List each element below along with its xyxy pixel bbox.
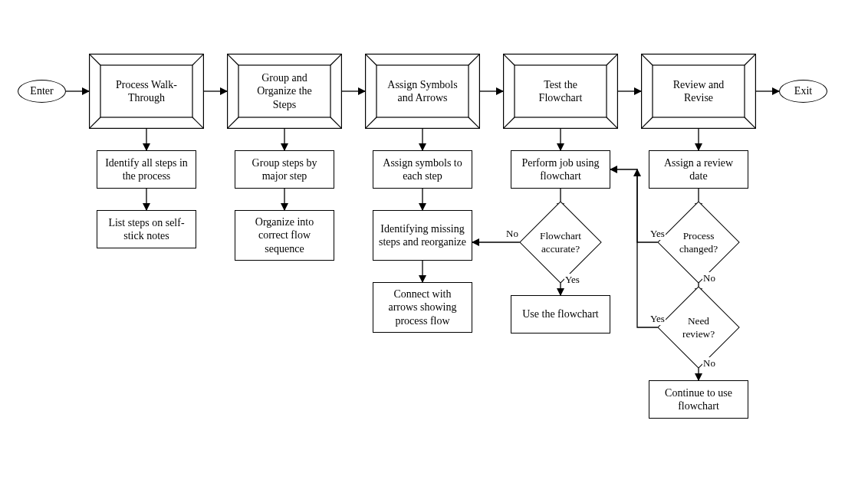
svg-line-49 bbox=[642, 117, 653, 128]
task-assign-symbols: Assign symbols to each step bbox=[373, 150, 472, 189]
task-list-self-stick: List steps on self-stick notes bbox=[97, 210, 196, 248]
terminal-label: Exit bbox=[794, 84, 812, 98]
task-label: Assign symbols to each step bbox=[378, 156, 467, 183]
edge-label-yes: Yes bbox=[649, 313, 666, 325]
task-label: Perform job using flowchart bbox=[516, 156, 605, 183]
edge-label-no: No bbox=[702, 272, 716, 284]
edge-label-no: No bbox=[702, 357, 716, 370]
task-label: Organize into correct flow sequence bbox=[240, 215, 329, 256]
task-assign-review-date: Assign a review date bbox=[649, 150, 748, 189]
svg-line-38 bbox=[469, 117, 479, 128]
task-label: List steps on self-stick notes bbox=[102, 216, 191, 243]
major-step-3: Assign Symbols and Arrows bbox=[365, 54, 480, 129]
svg-line-41 bbox=[504, 54, 515, 65]
svg-line-35 bbox=[366, 54, 376, 65]
task-continue-use: Continue to use flowchart bbox=[649, 380, 748, 419]
major-step-label: Process Walk-Through bbox=[94, 78, 199, 105]
svg-line-30 bbox=[330, 54, 341, 65]
task-use-flowchart: Use the flowchart bbox=[511, 295, 610, 334]
svg-line-47 bbox=[642, 54, 653, 65]
major-step-label: Review and Revise bbox=[646, 78, 751, 105]
task-label: Group steps by major step bbox=[240, 156, 329, 183]
task-label: Use the flowchart bbox=[522, 307, 599, 321]
task-organize-sequence: Organize into correct flow sequence bbox=[235, 210, 334, 261]
decision-label: Need review? bbox=[671, 314, 726, 340]
terminal-enter: Enter bbox=[18, 80, 66, 103]
task-label: Identify all steps in the process bbox=[102, 156, 191, 183]
svg-line-36 bbox=[469, 54, 479, 65]
decision-flowchart-accurate: Flowchart accurate? bbox=[531, 213, 590, 271]
task-connect-arrows: Connect with arrows showing process flow bbox=[373, 282, 472, 333]
terminal-exit: Exit bbox=[779, 80, 827, 103]
major-step-2: Group and Organize the Steps bbox=[227, 54, 342, 129]
edge-label-yes: Yes bbox=[649, 228, 666, 240]
task-label: Identifying missing steps and reorganize bbox=[378, 222, 467, 249]
decision-need-review: Need review? bbox=[669, 298, 728, 356]
major-step-label: Group and Organize the Steps bbox=[232, 71, 337, 112]
task-identify-missing: Identifying missing steps and reorganize bbox=[373, 210, 472, 261]
task-group-by-major: Group steps by major step bbox=[235, 150, 334, 189]
task-identify-steps: Identify all steps in the process bbox=[97, 150, 196, 189]
svg-line-32 bbox=[330, 117, 341, 128]
task-perform-job: Perform job using flowchart bbox=[511, 150, 610, 189]
svg-line-37 bbox=[366, 117, 376, 128]
major-step-1: Process Walk-Through bbox=[89, 54, 204, 129]
decision-label: Process changed? bbox=[671, 229, 726, 255]
task-label: Continue to use flowchart bbox=[654, 386, 743, 413]
svg-line-44 bbox=[607, 117, 617, 128]
terminal-label: Enter bbox=[30, 84, 53, 98]
major-step-label: Assign Symbols and Arrows bbox=[370, 78, 475, 105]
svg-line-23 bbox=[90, 54, 100, 65]
task-label: Connect with arrows showing process flow bbox=[378, 288, 467, 328]
svg-line-25 bbox=[90, 117, 100, 128]
decision-process-changed: Process changed? bbox=[669, 213, 728, 271]
decision-label: Flowchart accurate? bbox=[533, 229, 588, 255]
major-step-4: Test the Flowchart bbox=[503, 54, 618, 129]
edge-label-no: No bbox=[505, 228, 519, 240]
svg-line-42 bbox=[607, 54, 617, 65]
svg-line-50 bbox=[745, 117, 755, 128]
svg-line-24 bbox=[192, 54, 203, 65]
flowchart-canvas: Enter Exit Process Walk-Through Group an… bbox=[0, 0, 868, 483]
svg-line-29 bbox=[228, 54, 238, 65]
major-step-label: Test the Flowchart bbox=[508, 78, 613, 105]
svg-line-48 bbox=[745, 54, 755, 65]
edge-label-yes: Yes bbox=[564, 274, 580, 286]
svg-line-31 bbox=[228, 117, 238, 128]
svg-line-43 bbox=[504, 117, 515, 128]
task-label: Assign a review date bbox=[654, 156, 743, 183]
major-step-5: Review and Revise bbox=[641, 54, 756, 129]
svg-line-26 bbox=[192, 117, 203, 128]
